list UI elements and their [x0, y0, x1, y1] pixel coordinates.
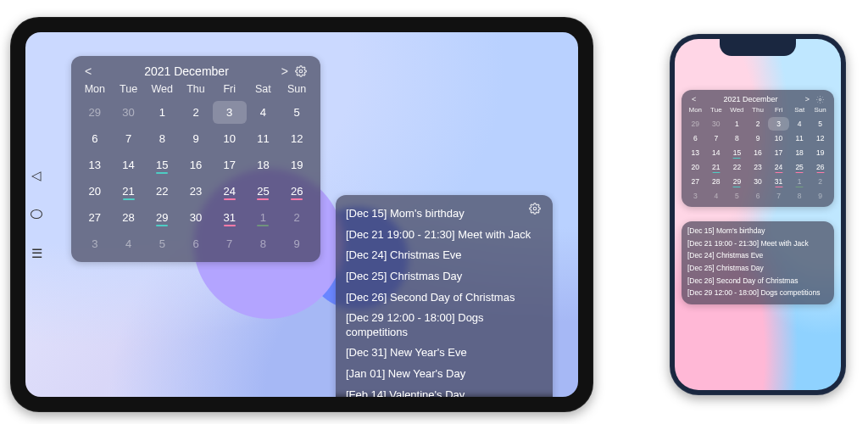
calendar-day[interactable]: 23	[179, 180, 213, 203]
calendar-day[interactable]: 4	[789, 117, 810, 131]
calendar-day[interactable]: 7	[213, 232, 247, 255]
calendar-day[interactable]: 2	[810, 175, 831, 188]
event-row[interactable]: [Dec 26] Second Day of Christmas	[687, 275, 828, 287]
calendar-day[interactable]: 22	[145, 180, 179, 203]
calendar-day[interactable]: 18	[789, 146, 810, 159]
calendar-day[interactable]: 6	[685, 131, 706, 145]
calendar-day[interactable]: 12	[280, 127, 314, 150]
calendar-day[interactable]: 9	[810, 189, 831, 203]
calendar-day[interactable]: 6	[179, 232, 213, 255]
calendar-day[interactable]: 2	[280, 206, 314, 229]
calendar-day[interactable]: 23	[748, 160, 769, 174]
calendar-day[interactable]: 12	[810, 131, 831, 145]
calendar-day[interactable]: 29	[78, 101, 112, 124]
calendar-day[interactable]: 2	[179, 101, 213, 124]
calendar-day[interactable]: 8	[726, 131, 748, 145]
event-row[interactable]: [Dec 25] Christmas Day	[346, 266, 542, 287]
event-row[interactable]: [Dec 25] Christmas Day	[687, 262, 828, 275]
calendar-day[interactable]: 6	[748, 189, 769, 203]
calendar-day[interactable]: 3	[768, 117, 789, 131]
events-settings-icon[interactable]	[526, 203, 544, 215]
event-row[interactable]: [Dec 15] Mom's birthday	[346, 204, 542, 225]
calendar-day[interactable]: 30	[179, 206, 213, 229]
calendar-day[interactable]: 30	[748, 175, 769, 188]
calendar-day[interactable]: 26	[810, 160, 831, 174]
event-row[interactable]: [Dec 29 12:00 - 18:00] Dogs competitions	[687, 287, 828, 299]
calendar-day[interactable]: 16	[179, 153, 213, 176]
event-row[interactable]: [Dec 21 19:00 - 21:30] Meet with Jack	[346, 225, 542, 246]
calendar-day[interactable]: 14	[112, 153, 146, 176]
calendar-day[interactable]: 5	[726, 189, 748, 203]
calendar-day[interactable]: 29	[685, 117, 706, 131]
calendar-day[interactable]: 22	[726, 160, 748, 174]
prev-month-button[interactable]: <	[81, 64, 95, 78]
calendar-day[interactable]: 25	[247, 180, 281, 203]
calendar-day[interactable]: 3	[685, 189, 706, 203]
calendar-day[interactable]: 15	[726, 146, 748, 159]
calendar-day[interactable]: 5	[810, 117, 831, 131]
calendar-day[interactable]: 9	[748, 131, 769, 145]
calendar-day[interactable]: 17	[213, 153, 247, 176]
calendar-day[interactable]: 31	[213, 206, 247, 229]
calendar-day[interactable]: 30	[112, 101, 146, 124]
calendar-day[interactable]: 16	[748, 146, 769, 159]
event-row[interactable]: [Dec 15] Mom's birthday	[687, 225, 828, 237]
calendar-day[interactable]: 30	[706, 117, 727, 131]
calendar-day[interactable]: 8	[789, 189, 810, 203]
calendar-day[interactable]: 29	[726, 175, 748, 188]
calendar-day[interactable]: 13	[78, 153, 112, 176]
calendar-day[interactable]: 20	[685, 160, 706, 174]
calendar-day[interactable]: 4	[706, 189, 727, 203]
calendar-day[interactable]: 1	[789, 175, 810, 188]
calendar-day[interactable]: 6	[78, 127, 112, 150]
calendar-day[interactable]: 1	[145, 101, 179, 124]
calendar-day[interactable]: 27	[78, 206, 112, 229]
calendar-day[interactable]: 5	[145, 232, 179, 255]
calendar-day[interactable]: 8	[145, 127, 179, 150]
next-month-button[interactable]: >	[802, 95, 813, 103]
calendar-day[interactable]: 3	[78, 232, 112, 255]
calendar-day[interactable]: 28	[112, 206, 146, 229]
calendar-day[interactable]: 10	[768, 131, 789, 145]
calendar-day[interactable]: 29	[145, 206, 179, 229]
calendar-day[interactable]: 21	[112, 180, 146, 203]
calendar-day[interactable]: 7	[706, 131, 727, 145]
calendar-day[interactable]: 26	[280, 180, 314, 203]
calendar-day[interactable]: 7	[112, 127, 146, 150]
calendar-day[interactable]: 17	[768, 146, 789, 159]
calendar-day[interactable]: 10	[213, 127, 247, 150]
calendar-day[interactable]: 14	[706, 146, 727, 159]
event-row[interactable]: [Feb 14] Valentine's Day	[346, 385, 542, 397]
calendar-day[interactable]: 8	[247, 232, 281, 255]
event-row[interactable]: [Dec 26] Second Day of Christmas	[346, 287, 542, 309]
calendar-day[interactable]: 24	[213, 180, 247, 203]
calendar-day[interactable]: 11	[247, 127, 281, 150]
calendar-day[interactable]: 5	[280, 101, 314, 124]
calendar-day[interactable]: 21	[706, 160, 727, 174]
calendar-day[interactable]: 25	[789, 160, 810, 174]
calendar-day[interactable]: 1	[726, 117, 748, 131]
calendar-day[interactable]: 4	[247, 101, 281, 124]
calendar-day[interactable]: 11	[789, 131, 810, 145]
calendar-day[interactable]: 2	[748, 117, 769, 131]
event-row[interactable]: [Dec 31] New Year's Eve	[346, 343, 542, 364]
calendar-day[interactable]: 3	[213, 101, 247, 124]
calendar-day[interactable]: 31	[768, 175, 789, 188]
calendar-day[interactable]: 7	[768, 189, 789, 203]
next-month-button[interactable]: >	[278, 64, 292, 78]
nav-recent-icon[interactable]: ☰	[31, 248, 42, 259]
calendar-day[interactable]: 20	[78, 180, 112, 203]
calendar-day[interactable]: 13	[685, 146, 706, 159]
event-row[interactable]: [Dec 24] Christmas Eve	[687, 249, 828, 262]
calendar-day[interactable]: 9	[179, 127, 213, 150]
nav-home-icon[interactable]	[31, 209, 42, 220]
calendar-day[interactable]: 19	[280, 153, 314, 176]
event-row[interactable]: [Jan 01] New Year's Day	[346, 364, 542, 385]
calendar-day[interactable]: 4	[112, 232, 146, 255]
calendar-day[interactable]: 9	[280, 232, 314, 255]
calendar-settings-icon[interactable]	[813, 96, 827, 103]
calendar-settings-icon[interactable]	[292, 65, 310, 77]
calendar-day[interactable]: 1	[247, 206, 281, 229]
event-row[interactable]: [Dec 21 19:00 - 21:30] Meet with Jack	[687, 237, 828, 250]
prev-month-button[interactable]: <	[688, 95, 699, 103]
